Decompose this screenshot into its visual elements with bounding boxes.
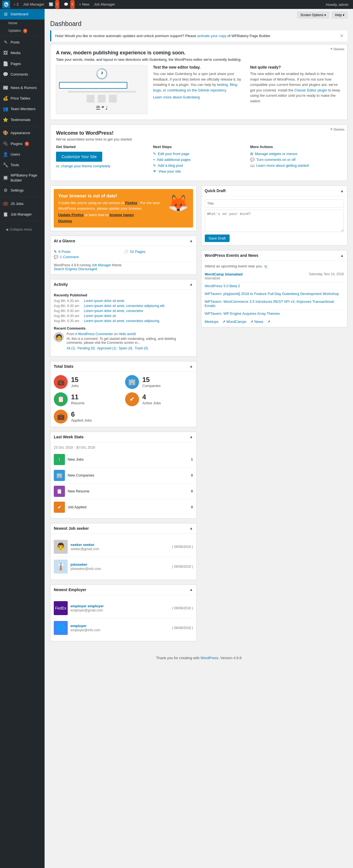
- classic-editor-link[interactable]: Classic Editor plugin: [294, 88, 327, 92]
- sidebar-item-updates[interactable]: Updates 8: [0, 27, 44, 35]
- browse-happy-link[interactable]: browse happy: [109, 213, 134, 217]
- new-content-link[interactable]: + New: [77, 0, 92, 9]
- update-firefox-link[interactable]: Update Firefox: [58, 213, 84, 217]
- github-link[interactable]: contributing on the GitHub repository: [167, 88, 226, 92]
- posts-count-link[interactable]: 6 Posts: [59, 250, 70, 254]
- learn-more-gutenberg-link[interactable]: Learn more about Gutenberg: [153, 95, 200, 99]
- events-news-toggle[interactable]: ▲: [340, 253, 344, 258]
- edit-front-page-link[interactable]: ✎ Edit your front page: [153, 152, 244, 156]
- sidebar-item-media[interactable]: 🖼 Media: [0, 48, 44, 58]
- post-link[interactable]: Lorem ipsum dolor sit: [84, 314, 116, 318]
- sidebar-item-settings[interactable]: ⚙ Settings: [0, 185, 44, 196]
- welcome-dismiss-button[interactable]: ✕ Dismiss: [330, 127, 345, 131]
- new-companies-week-value: 0: [191, 473, 193, 477]
- edit-icon: ✎: [153, 152, 156, 156]
- event-name-link[interactable]: WordCamp Islamabad: [205, 272, 243, 276]
- location-edit-link[interactable]: ✏: [264, 264, 267, 268]
- quick-draft-content-input[interactable]: [205, 210, 344, 232]
- site-name-link[interactable]: ○ 2: [11, 0, 21, 9]
- help-button[interactable]: Help ▾: [332, 12, 347, 19]
- sidebar-item-comments[interactable]: 💬 Comments: [0, 69, 44, 80]
- firefox-link[interactable]: Firefox: [125, 201, 137, 205]
- news-category-link[interactable]: News: [254, 319, 263, 324]
- add-pages-link[interactable]: + Add additional pages: [153, 158, 244, 162]
- comment-link-approved[interactable]: Approved (1): [97, 346, 116, 350]
- comment-link-all[interactable]: All (1): [67, 346, 75, 350]
- pages-count-link[interactable]: 52 Pages: [130, 250, 146, 254]
- employer-name-link[interactable]: employer employer: [70, 604, 104, 608]
- updates-link[interactable]: 🔄 2: [46, 0, 62, 9]
- comment-author-link[interactable]: A WordPress Commenter: [75, 332, 113, 336]
- last-week-stats-header: Last Week Stats ▲: [51, 432, 196, 442]
- sidebar-collapse[interactable]: ◀ Collapse menu: [0, 222, 44, 237]
- gutenberg-dismiss-button[interactable]: ✕ Dismiss: [330, 47, 345, 51]
- news-link-2[interactable]: WPTavern: php[world] 2018 to Feature Ful…: [205, 292, 339, 296]
- sidebar: ⊞ Dashboard Home Updates 8 ✎ Posts: [0, 9, 44, 868]
- sidebar-item-testimonials[interactable]: ⭐ Testimonials: [0, 115, 44, 125]
- comments-count-link[interactable]: 1 Comment: [60, 255, 78, 259]
- footer-wp-link[interactable]: WordPress: [201, 656, 218, 660]
- theme-link[interactable]: Job Manager: [92, 263, 111, 267]
- jobmanager-icon: 📋: [3, 211, 8, 217]
- save-draft-button[interactable]: Save Draft: [205, 235, 230, 242]
- activity-row: Aug 8th, 6:30 am Lorem ipsum dolor sit a…: [54, 299, 193, 303]
- last-week-stats-toggle[interactable]: ▲: [189, 435, 193, 439]
- post-link[interactable]: Lorem ipsum dolor sit amet, consectetur: [84, 309, 143, 313]
- sidebar-item-team[interactable]: 👥 Team Members: [0, 104, 44, 114]
- quick-draft-toggle[interactable]: ▲: [340, 189, 344, 193]
- meetups-link[interactable]: Meetups: [205, 319, 219, 324]
- sidebar-item-home[interactable]: Home: [0, 20, 44, 27]
- sidebar-item-news[interactable]: 📰 News & Rumors: [0, 83, 44, 93]
- comments-admin-link[interactable]: 💬 0: [62, 0, 77, 9]
- dismiss-browser-warning[interactable]: Dismiss: [58, 219, 163, 223]
- sidebar-item-posts[interactable]: ✎ Posts: [0, 37, 44, 48]
- post-link[interactable]: Lorem ipsum dolor sit amet: [84, 299, 124, 303]
- sidebar-item-tools[interactable]: 🔧 Tools: [0, 160, 44, 170]
- comments-toggle-link[interactable]: 💬 Turn comments on or off: [250, 158, 342, 162]
- at-a-glance-toggle[interactable]: ▲: [189, 239, 193, 243]
- sidebar-item-dashboard[interactable]: ⊞ Dashboard: [0, 9, 44, 20]
- screen-options-button[interactable]: Screen Options ▾: [297, 12, 329, 19]
- comment-link-trash[interactable]: Trash (0): [135, 346, 148, 350]
- seeker2-name-link[interactable]: jobseeker: [70, 562, 88, 566]
- news-link-4[interactable]: WPTavern: WP Engine Acquires Array Theme…: [205, 311, 280, 316]
- news-link-3[interactable]: WPTavern: WooCommerce 3.5 Introduces RES…: [205, 300, 334, 308]
- testing-link[interactable]: testing: [217, 83, 228, 87]
- jobs-stat-icon: 💼: [54, 375, 68, 389]
- view-site-link[interactable]: 👁 View your site: [153, 169, 244, 174]
- post-link[interactable]: Lorem ipsum dolor sit amet, consectetur …: [84, 319, 160, 323]
- news-link-1[interactable]: WordPress 5.0 Beta 2: [205, 284, 240, 288]
- seeker-name-link[interactable]: seeker seeker: [70, 542, 94, 547]
- tools-icon: 🔧: [3, 162, 8, 168]
- newest-employer-toggle[interactable]: ▲: [189, 588, 193, 592]
- sidebar-item-price[interactable]: 💰 Price Tables: [0, 93, 44, 104]
- search-engines-link[interactable]: Search Engines Discouraged: [54, 267, 97, 271]
- getting-started-link[interactable]: 📖 Learn more about getting started: [250, 163, 342, 167]
- notice-dismiss-icon[interactable]: ✕: [340, 33, 344, 38]
- manage-widgets-link[interactable]: ⊞ Manage widgets or menus: [250, 152, 342, 156]
- jsjobs-icon: 💼: [3, 200, 8, 207]
- comment-post-link[interactable]: Hello world!: [119, 332, 136, 336]
- post-link[interactable]: Lorem ipsum dolor sit amet, consectetur …: [84, 304, 165, 308]
- new-job-manager-link[interactable]: Job Manager: [92, 0, 117, 9]
- newest-job-seeker-toggle[interactable]: ▲: [189, 526, 193, 530]
- change-theme-link[interactable]: or, change your theme completely: [56, 164, 110, 168]
- activate-link[interactable]: activate your copy: [197, 34, 226, 38]
- sidebar-item-pages[interactable]: 📄 Pages: [0, 59, 44, 69]
- admin-bar-job-manager[interactable]: Job Manager: [21, 0, 46, 9]
- total-stats-toggle[interactable]: ▲: [189, 364, 193, 368]
- sidebar-item-jsjobs[interactable]: 💼 JS Jobs: [0, 198, 44, 209]
- sidebar-item-jobmanager[interactable]: 📋 Job Manager: [0, 209, 44, 220]
- comment-link-pending[interactable]: Pending (0): [77, 346, 95, 350]
- sidebar-item-appearance[interactable]: 🎨 Appearance: [0, 128, 44, 138]
- sidebar-item-wpbakery[interactable]: 🔲 WPBakery Page Builder: [0, 170, 44, 185]
- comment-link-spam[interactable]: Spam (0): [119, 346, 132, 350]
- customize-site-button[interactable]: Customize Your Site: [56, 152, 102, 162]
- employer2-name-link[interactable]: employer: [70, 624, 87, 628]
- sidebar-item-plugins[interactable]: 🔌 Plugins 8: [0, 138, 44, 149]
- quick-draft-title-input[interactable]: [205, 199, 344, 208]
- sidebar-item-users[interactable]: 👤 Users: [0, 149, 44, 160]
- add-blog-post-link[interactable]: ✎ Add a blog post: [153, 163, 244, 167]
- activity-toggle[interactable]: ▲: [189, 282, 193, 286]
- wordcamps-link[interactable]: WordCamps: [226, 319, 247, 324]
